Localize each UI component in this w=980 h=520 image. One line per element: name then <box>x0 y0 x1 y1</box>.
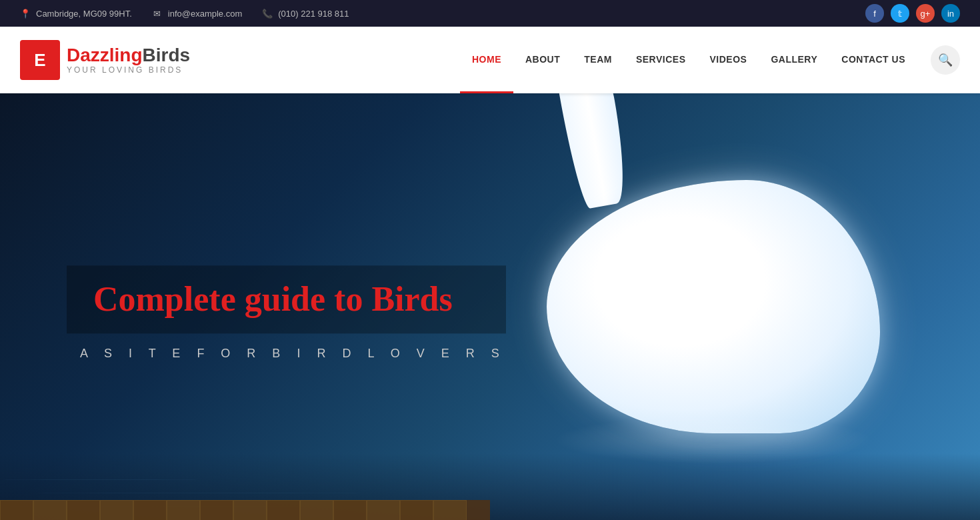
thumb-11[interactable] <box>333 500 367 520</box>
nav-services[interactable]: SERVICES <box>624 27 698 93</box>
hero-subtitle: A S I T E F O R B I R D L O V E R S <box>80 347 506 361</box>
twitter-button[interactable]: 𝕥 <box>891 4 909 23</box>
search-button[interactable]: 🔍 <box>931 45 960 75</box>
thumb-9[interactable] <box>267 500 300 520</box>
logo-text: DazzlingBirds Your Loving Birds <box>67 45 190 75</box>
social-links: f 𝕥 g+ in <box>865 4 960 23</box>
thumb-8[interactable] <box>233 500 267 520</box>
thumb-7[interactable] <box>200 500 233 520</box>
top-bar: 📍 Cambridge, MG09 99HT. ✉ info@example.c… <box>0 0 980 27</box>
search-icon: 🔍 <box>938 53 953 67</box>
phone-item: 📞 (010) 221 918 811 <box>262 8 349 19</box>
water-line-1 <box>0 479 200 480</box>
nav-contact[interactable]: CONTACT US <box>829 27 917 93</box>
thumb-3[interactable] <box>67 500 100 520</box>
logo-name: DazzlingBirds <box>67 45 190 66</box>
phone-text: (010) 221 918 811 <box>278 9 349 19</box>
hero-title-box: Complete guide to Birds <box>67 265 506 333</box>
location-icon: 📍 <box>20 8 31 19</box>
phone-icon: 📞 <box>262 8 273 19</box>
thumb-1[interactable] <box>0 500 33 520</box>
address-text: Cambridge, MG09 99HT. <box>36 9 132 19</box>
logo[interactable]: E DazzlingBirds Your Loving Birds <box>20 40 207 80</box>
email-text: info@example.com <box>168 9 242 19</box>
nav-about[interactable]: ABOUT <box>513 27 572 93</box>
thumb-14[interactable] <box>433 500 467 520</box>
hero-title: Complete guide to Birds <box>93 279 479 320</box>
main-nav: HOME ABOUT TEAM SERVICES VIDEOS GALLERY … <box>460 27 917 93</box>
hero-content: Complete guide to Birds A S I T E F O R … <box>67 265 506 361</box>
email-item: ✉ info@example.com <box>152 8 242 19</box>
header: E DazzlingBirds Your Loving Birds HOME A… <box>0 27 980 93</box>
nav-team[interactable]: TEAM <box>572 27 624 93</box>
nav-home[interactable]: HOME <box>460 27 513 93</box>
thumb-12[interactable] <box>367 500 400 520</box>
googleplus-button[interactable]: g+ <box>916 4 935 23</box>
logo-dazzling: Dazzling <box>67 45 143 65</box>
swan-body <box>547 180 880 433</box>
thumb-5[interactable] <box>133 500 167 520</box>
nav-videos[interactable]: VIDEOS <box>697 27 759 93</box>
address-item: 📍 Cambridge, MG09 99HT. <box>20 8 132 19</box>
facebook-button[interactable]: f <box>865 4 884 23</box>
water-line-2 <box>33 493 367 493</box>
linkedin-button[interactable]: in <box>941 4 960 23</box>
thumb-2[interactable] <box>33 500 67 520</box>
thumb-10[interactable] <box>300 500 333 520</box>
logo-birds: Birds <box>143 45 191 65</box>
thumb-6[interactable] <box>167 500 200 520</box>
hero-section: Complete guide to Birds A S I T E F O R … <box>0 93 980 520</box>
thumbnail-strip <box>0 500 490 520</box>
logo-tagline: Your Loving Birds <box>67 65 190 75</box>
logo-icon: E <box>20 40 60 80</box>
thumb-4[interactable] <box>100 500 133 520</box>
nav-gallery[interactable]: GALLERY <box>759 27 829 93</box>
thumb-13[interactable] <box>400 500 433 520</box>
email-icon: ✉ <box>152 8 163 19</box>
